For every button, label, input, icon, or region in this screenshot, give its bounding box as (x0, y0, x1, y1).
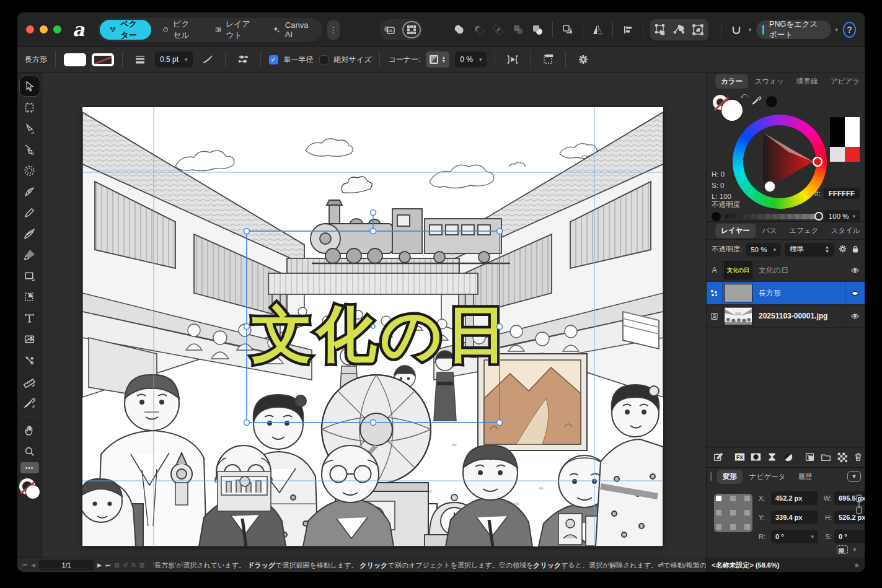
vector-brush-tool[interactable] (20, 224, 40, 244)
hand-tool[interactable] (20, 420, 40, 440)
pages-icon[interactable]: ▤ (114, 562, 120, 568)
corner-tool[interactable] (20, 139, 40, 159)
rectangle-tool[interactable] (20, 266, 40, 286)
selection-handle-e[interactable] (497, 324, 503, 330)
stroke-swatch[interactable] (92, 53, 114, 66)
select-box-icon[interactable] (689, 20, 707, 39)
stroke-properties-icon[interactable] (234, 50, 252, 69)
boolean-combine-icon[interactable] (531, 20, 545, 39)
visibility-eye-icon[interactable] (845, 259, 865, 281)
boolean-divide-icon[interactable] (511, 20, 526, 39)
opacity-value-input[interactable]: 100 %▾ (824, 210, 860, 222)
rotation-handle[interactable] (371, 210, 376, 216)
layer-row-rectangle[interactable]: 長方形 (707, 282, 865, 305)
shape-tool[interactable] (20, 287, 40, 307)
tab-appearance[interactable]: アピアラ (825, 74, 865, 89)
tab-layout-persona[interactable]: レイアウト (205, 20, 262, 40)
delete-layer-icon[interactable] (853, 452, 863, 463)
pen-tool[interactable] (20, 182, 40, 201)
more-tools-button[interactable]: ••• (20, 462, 39, 473)
document-page[interactable]: 文化の日 (82, 107, 663, 546)
tool-color-well[interactable] (19, 478, 40, 499)
paint-brush-tool[interactable] (20, 245, 40, 265)
layer-opacity-input[interactable]: 50 %▾ (746, 243, 781, 257)
edit-mask-icon[interactable] (713, 452, 723, 463)
selection-brush-tool[interactable] (20, 160, 40, 180)
minimize-window-button[interactable] (40, 25, 48, 33)
tab-pixel-persona[interactable]: ピクセル (152, 20, 204, 40)
tab-styles[interactable]: スタイル (825, 224, 865, 238)
last-page-icon[interactable]: ⏭ (105, 562, 110, 569)
isolate-icon[interactable] (539, 50, 557, 69)
tab-canva-ai[interactable]: Canva AI (263, 20, 320, 40)
panel-drag-handle[interactable] (710, 472, 712, 481)
mask-icon[interactable] (751, 452, 761, 463)
next-page-icon[interactable]: ▶ (97, 562, 102, 568)
swatch[interactable] (830, 147, 845, 162)
point-transform-tool[interactable] (20, 350, 40, 370)
layer-settings-gear-icon[interactable] (838, 244, 847, 255)
new-group-icon[interactable] (821, 452, 831, 463)
blend-mode-select[interactable]: 標準▲▼ (785, 243, 834, 257)
live-filter-icon[interactable] (783, 452, 793, 463)
color-wheel[interactable] (733, 115, 827, 209)
tab-stroke[interactable]: 境界線 (791, 74, 824, 89)
grid-options-icon[interactable] (402, 21, 421, 38)
link-dimensions-icon[interactable] (855, 494, 863, 516)
selection-handle-ne[interactable] (497, 229, 503, 234)
selection-handle-w[interactable] (244, 324, 250, 330)
fx-icon[interactable]: FX (734, 452, 745, 463)
help-icon[interactable]: ? (843, 22, 856, 38)
shear-input[interactable]: 0 °▾ (834, 530, 865, 543)
export-chevron[interactable]: ▾ (835, 27, 838, 33)
opacity-min-knob[interactable] (712, 212, 721, 221)
snapping-chevron[interactable]: ▾ (749, 27, 752, 33)
node-tool[interactable] (20, 118, 40, 138)
checker-mask-icon[interactable] (837, 452, 847, 463)
swatch[interactable] (845, 147, 860, 162)
boolean-add-icon[interactable] (452, 20, 467, 39)
hue-marker[interactable] (813, 157, 822, 166)
settings-gear-icon[interactable] (574, 50, 593, 69)
page-indicator[interactable]: 1/1 (39, 560, 94, 571)
duplicate-icon[interactable] (560, 20, 575, 39)
opacity-slider-knob[interactable] (814, 212, 823, 221)
stroke-width-input[interactable]: 0.5 pt▾ (155, 51, 193, 68)
swatch[interactable] (845, 117, 860, 132)
layer-row-background-image[interactable]: 20251103-00001.jpg (707, 305, 865, 328)
corner-type-select[interactable]: ▲▼ (426, 51, 449, 68)
align-icon[interactable] (620, 20, 635, 39)
hex-input[interactable]: FFFFFF (824, 188, 860, 199)
maximize-window-button[interactable] (53, 25, 61, 33)
zoom-tool[interactable] (20, 441, 40, 461)
move-tool[interactable] (20, 76, 40, 96)
transform-mode-button[interactable]: ▾ (837, 545, 856, 554)
tab-layers[interactable]: レイヤー (715, 224, 756, 238)
y-input[interactable]: 339.4 px (771, 511, 818, 524)
artboard-tool[interactable] (20, 97, 40, 117)
persona-overflow-button[interactable]: ⋮ (327, 20, 340, 40)
pencil-tool[interactable] (20, 203, 40, 222)
x-input[interactable]: 452.2 px (771, 491, 818, 505)
measure-tool[interactable] (20, 371, 40, 391)
tab-navigator[interactable]: ナビゲータ (744, 470, 792, 484)
document-tab[interactable]: <名称未設定> (58.6%) ★ (706, 558, 865, 572)
anchor-point-selector[interactable] (714, 494, 752, 532)
mirror-icon[interactable] (590, 20, 605, 39)
eyedropper-icon[interactable] (751, 95, 762, 107)
selection-handle-n[interactable] (371, 229, 376, 234)
swap-colors-icon[interactable]: ⤺ (740, 91, 748, 100)
previous-page-icon[interactable]: ◀ (31, 562, 35, 568)
visibility-eye-icon[interactable] (845, 305, 865, 327)
tab-vector-persona[interactable]: ベクター (100, 20, 151, 40)
pressure-profile-icon[interactable] (198, 50, 217, 69)
single-radius-checkbox[interactable]: ✓ (269, 55, 278, 64)
first-page-icon[interactable]: ⏮ (22, 562, 27, 569)
boolean-subtract-icon[interactable] (472, 20, 487, 39)
selection-handle-se[interactable] (497, 420, 503, 426)
close-window-button[interactable] (26, 25, 34, 33)
selection-handle-sw[interactable] (244, 420, 250, 426)
select-same-icon[interactable] (670, 20, 689, 39)
fill-swatch[interactable] (64, 53, 86, 66)
lock-icon[interactable] (851, 245, 860, 255)
